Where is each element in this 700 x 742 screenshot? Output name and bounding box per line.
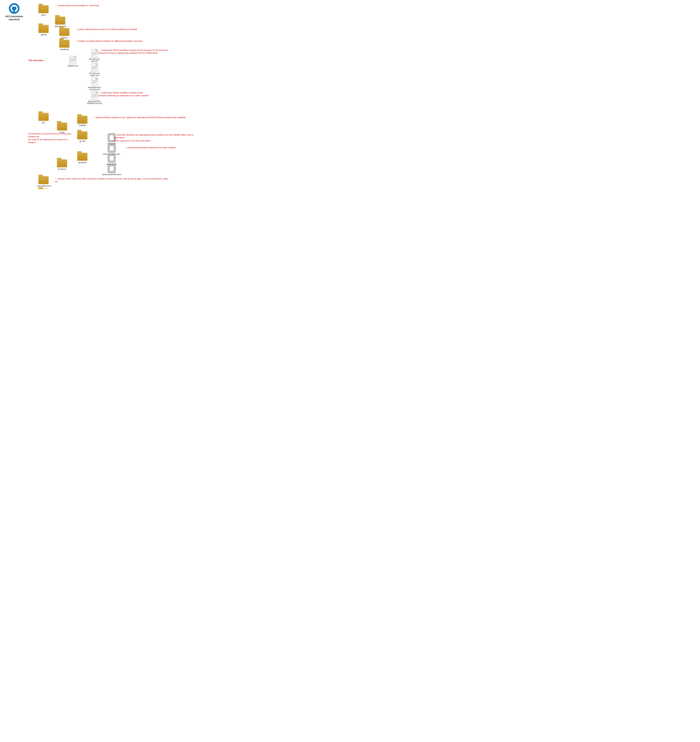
folder-shared-services-label: sharedServices (37, 185, 50, 187)
folder-workflows: workflows (58, 40, 71, 50)
folder-docs-shape (38, 5, 49, 13)
folder-rg-hub-label: rg-hub (76, 140, 89, 142)
file-hub-params: hub.parameters.json (102, 144, 121, 155)
file-spoke-bicep-shape (108, 154, 115, 162)
file-shared-yml-lines (92, 80, 97, 84)
folder-workflows-shape (59, 40, 69, 48)
file-app-yml-lines (92, 94, 97, 98)
annotation-workflows: ← Contains reusable GitHub workflows for… (75, 40, 142, 43)
file-hub-yml-shape (91, 49, 98, 57)
folder-attachments: .attachments (53, 17, 67, 27)
file-hub-params-shape (108, 144, 115, 152)
file-spoke-yml-shape (91, 63, 98, 72)
annotation-rg-hub: Corresponds to an Azure Resource Group a… (28, 132, 75, 144)
folder-bicep: bicep (55, 122, 69, 133)
github-icon (9, 3, 20, 14)
annotation-this-document: This document → (28, 59, 46, 62)
annotation-carml: ← Subset of Bicep modules for IaC copied… (93, 116, 186, 119)
file-spoke-params-shape (108, 165, 115, 173)
file-readme-lines (71, 59, 75, 63)
annotation-hub-params: ← customized parameters passed to the bi… (124, 146, 175, 149)
repo-title: AKS Automation repository (4, 15, 25, 21)
repo-label: AKS Automation repository (4, 3, 25, 21)
folder-actions: actions (58, 28, 71, 39)
folder-workloads-shape (38, 189, 49, 189)
folder-workloads: workloads (37, 189, 50, 189)
folder-actions-shape (59, 28, 69, 36)
file-spoke-params-label: spoke.parameters.json (102, 174, 121, 175)
file-readme-shape (69, 56, 76, 64)
folder-rg-spoke: rg-spoke (76, 153, 89, 163)
folder-terraform-shape (57, 159, 67, 167)
file-spoke-bicep: spoke.bicep (102, 154, 121, 165)
folder-workflows-label: workflows (58, 48, 71, 50)
annotation-hub-yml: ← Customized GitHub workflow to deploy a… (99, 49, 168, 54)
annotation-app-yml: ← Customized GitHub workflow to deploy a… (99, 91, 149, 97)
file-app-yml-shape (91, 91, 98, 100)
file-readme: Readme.md (64, 56, 81, 67)
file-spoke-params: spoke.parameters.json (102, 165, 121, 175)
annotation-actions: ← Custom GitHub Actions used in the GitH… (75, 28, 137, 31)
diagram-container: AKS Automation repository docs ← Contain… (0, 0, 200, 9)
annotation-docs: ← Contains all the documentation in .md … (55, 4, 99, 7)
folder-shared-services: sharedServices (37, 176, 50, 187)
folder-carml-label: CARML (76, 124, 89, 127)
folder-github-label: .github (37, 34, 50, 36)
file-shared-yml-shape (91, 78, 98, 86)
folder-bicep-shape (57, 122, 67, 131)
folder-terraform-label: terraform (55, 168, 69, 170)
folder-rg-hub-shape (77, 131, 87, 139)
folder-attachments-shape (55, 17, 65, 25)
file-spoke-yml-label: IaC-bicep-rg-spoke.yml (86, 72, 103, 77)
file-hub-yml-label: IaC-bicep-rg-hub.yml (86, 58, 103, 62)
folder-iac-label: IaC (37, 121, 50, 124)
file-app-yml-label: app-azureVote-helmRunCmd.yml (86, 100, 103, 105)
file-hub-yml-lines (92, 52, 97, 56)
svg-point-38 (9, 3, 20, 14)
folder-github-shape (38, 25, 49, 33)
folder-github: .github (37, 25, 50, 36)
file-spoke-yml-lines (92, 66, 97, 70)
file-spoke-yml: IaC-bicep-rg-spoke.yml (86, 63, 103, 77)
folder-terraform: terraform (55, 159, 69, 170)
folder-shared-services-shape (38, 176, 49, 184)
folder-iac: IaC (37, 113, 50, 124)
file-shared-yml: sharedServices-common.yml (86, 78, 103, 91)
folder-rg-spoke-label: rg-spoke (76, 161, 89, 163)
file-shared-yml-label: sharedServices-common.yml (86, 87, 103, 91)
folder-docs-label: docs (37, 14, 50, 16)
file-readme-label: Readme.md (64, 65, 81, 67)
folder-rg-hub: rg-hub (76, 131, 89, 142)
annotation-hub-bicep: ← bicep file referring to the appropriat… (114, 134, 193, 142)
folder-docs: docs (37, 5, 50, 16)
folder-carml-shape (77, 116, 87, 124)
folder-iac-shape (38, 113, 49, 121)
folder-rg-spoke-shape (77, 153, 87, 161)
annotation-shared-services: ← Contains helm charts and other resourc… (55, 177, 168, 183)
connector-lines (0, 0, 200, 9)
folder-carml: CARML (76, 116, 89, 127)
